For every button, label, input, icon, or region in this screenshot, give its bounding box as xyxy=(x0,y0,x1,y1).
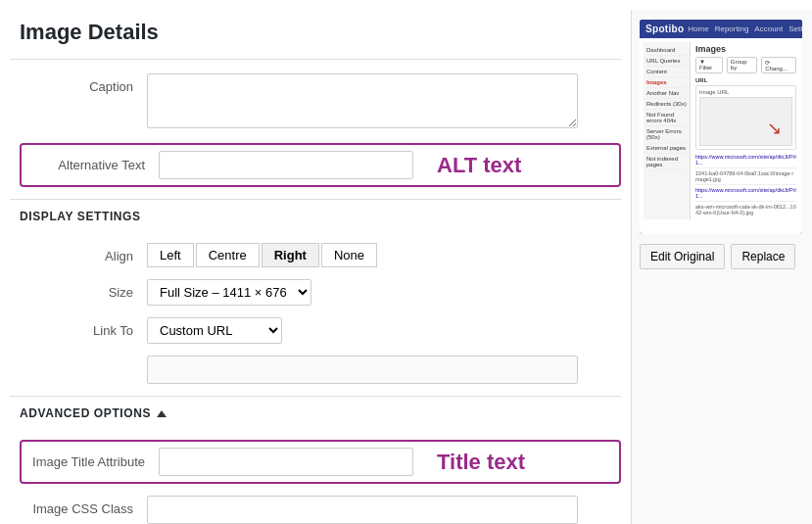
action-buttons: Edit Original Replace xyxy=(640,244,802,269)
css-class-label: Image CSS Class xyxy=(20,496,147,516)
spotibo-nav-settings[interactable]: Settings xyxy=(788,24,802,33)
align-row: Align Left Centre Right None xyxy=(10,243,621,267)
page-title: Image Details xyxy=(10,10,621,60)
align-buttons-group: Left Centre Right None xyxy=(147,243,621,267)
spotibo-url-item-2: https://www.microsoft.com/site/ap/dkiJt/… xyxy=(695,187,796,202)
css-class-input[interactable] xyxy=(147,496,578,524)
replace-button[interactable]: Replace xyxy=(731,244,795,269)
spotibo-url-col-header: URL xyxy=(695,77,796,83)
spotibo-group-btn[interactable]: Group by xyxy=(727,57,757,73)
spotibo-arrow-icon: ↘ xyxy=(767,118,782,139)
display-settings-header: DISPLAY SETTINGS xyxy=(10,199,621,233)
spotibo-change-btn[interactable]: ⟳ Chang... xyxy=(761,57,796,73)
spotibo-sidebar-content: Content xyxy=(646,67,687,77)
spotibo-sidebar-server-errors: Server Errors (50x) xyxy=(646,126,687,143)
caption-label: Caption xyxy=(20,73,147,94)
spotibo-url-item-1: https://www.microsoft.com/site/ap/dkiJt/… xyxy=(695,154,796,168)
page-wrapper: Image Details Caption Alternative Text I… xyxy=(0,0,812,524)
spotibo-nav-reporting[interactable]: Reporting xyxy=(715,24,749,33)
spotibo-main-area: Images ▼ Filter Group by ⟳ Chang... URL … xyxy=(693,42,798,219)
align-left-button[interactable]: Left xyxy=(147,243,194,267)
align-buttons: Left Centre Right None xyxy=(147,243,621,267)
link-to-label: Link To xyxy=(20,317,147,338)
link-to-row: Link To Custom URL Media File Attachment… xyxy=(10,317,621,344)
link-row: Custom URL Media File Attachment Page No… xyxy=(147,317,621,344)
caption-control xyxy=(147,73,621,131)
main-content: Image Details Caption Alternative Text I… xyxy=(0,10,631,524)
spotibo-url-sub-2: aks-wm-microsoft-cata-sk-dk-im-0812...10… xyxy=(695,204,796,215)
spotibo-main-title: Images xyxy=(695,44,796,54)
spotibo-header: Spotibo Home Reporting Account Settings xyxy=(640,20,802,38)
spotibo-sidebar-another: Another Nav xyxy=(646,88,687,99)
spotibo-img-preview: Image URL ↘ xyxy=(695,85,796,150)
spotibo-sidebar-external: External pages xyxy=(646,143,687,154)
title-attribute-label: Image Title Attribute xyxy=(31,454,159,469)
spotibo-sidebar-images[interactable]: Images xyxy=(646,77,687,88)
alt-text-label: Alternative Text xyxy=(31,158,159,172)
size-label: Size xyxy=(20,279,147,300)
alt-text-row: Alternative Text Image Analysis Spotibo … xyxy=(20,143,621,187)
size-select[interactable]: Full Size – 1411 × 676 Large Medium Thum… xyxy=(147,279,311,306)
spotibo-sidebar-not-indexed: Not indexed pages xyxy=(646,154,687,170)
url-input[interactable]: /wp-content/uploads/2017/04/1-image-anal… xyxy=(147,356,578,384)
link-to-control: Custom URL Media File Attachment Page No… xyxy=(147,317,621,344)
link-to-select[interactable]: Custom URL Media File Attachment Page No… xyxy=(147,317,282,344)
spotibo-nav-account[interactable]: Account xyxy=(754,24,783,33)
align-right-button[interactable]: Right xyxy=(262,243,319,267)
size-row: Size Full Size – 1411 × 676 Large Medium… xyxy=(10,279,621,306)
alt-text-badge: ALT text xyxy=(437,153,521,178)
css-class-control xyxy=(147,496,621,524)
title-text-badge: Title text xyxy=(437,450,525,475)
spotibo-body: Dashboard URL Queries Content Images Ano… xyxy=(640,38,802,234)
alt-text-input[interactable]: Image Analysis Spotibo xyxy=(159,151,413,179)
align-none-button[interactable]: None xyxy=(321,243,377,267)
align-label: Align xyxy=(20,243,147,263)
spotibo-card: Spotibo Home Reporting Account Settings … xyxy=(640,20,802,234)
url-row: /wp-content/uploads/2017/04/1-image-anal… xyxy=(10,356,621,384)
css-class-row: Image CSS Class xyxy=(10,496,621,524)
spotibo-img-box: ↘ xyxy=(699,97,792,146)
spotibo-sidebar-redirects: Redirects (30x) xyxy=(646,99,687,110)
collapse-icon[interactable] xyxy=(157,410,167,417)
caption-row: Caption xyxy=(10,73,621,131)
title-attribute-input[interactable]: Printscreen of Image Analysis in our SEO… xyxy=(159,448,413,476)
spotibo-filter-btn[interactable]: ▼ Filter xyxy=(695,57,723,73)
spotibo-sidebar-not-found: Not Found errors 404x xyxy=(646,110,687,126)
spotibo-logo: Spotibo xyxy=(645,24,684,34)
spotibo-filter-bar: ▼ Filter Group by ⟳ Chang... xyxy=(695,57,796,73)
advanced-options-text: ADVANCED OPTIONS xyxy=(20,406,151,420)
spotibo-layout: Dashboard URL Queries Content Images Ano… xyxy=(644,42,798,219)
right-panel: Spotibo Home Reporting Account Settings … xyxy=(631,10,812,524)
url-label-empty xyxy=(20,356,147,361)
spotibo-image-url-label: Image URL xyxy=(699,89,792,95)
spotibo-sidebar-url-queries: URL Queries xyxy=(646,56,687,67)
spotibo-sidebar: Dashboard URL Queries Content Images Ano… xyxy=(644,42,691,219)
align-centre-button[interactable]: Centre xyxy=(196,243,260,267)
title-attribute-row: Image Title Attribute Printscreen of Ima… xyxy=(20,440,621,484)
caption-textarea[interactable] xyxy=(147,73,578,128)
advanced-options-header: ADVANCED OPTIONS xyxy=(10,396,621,430)
spotibo-url-sub-1: 1041-ba0-04789-04-0ba0:1sac:0/image-imag… xyxy=(695,170,796,185)
spotibo-nav-home[interactable]: Home xyxy=(688,24,708,33)
edit-original-button[interactable]: Edit Original xyxy=(640,244,725,269)
size-control: Full Size – 1411 × 676 Large Medium Thum… xyxy=(147,279,621,306)
spotibo-nav: Home Reporting Account Settings xyxy=(688,24,802,33)
spotibo-sidebar-dashboard: Dashboard xyxy=(646,45,687,56)
url-control: /wp-content/uploads/2017/04/1-image-anal… xyxy=(147,356,621,384)
